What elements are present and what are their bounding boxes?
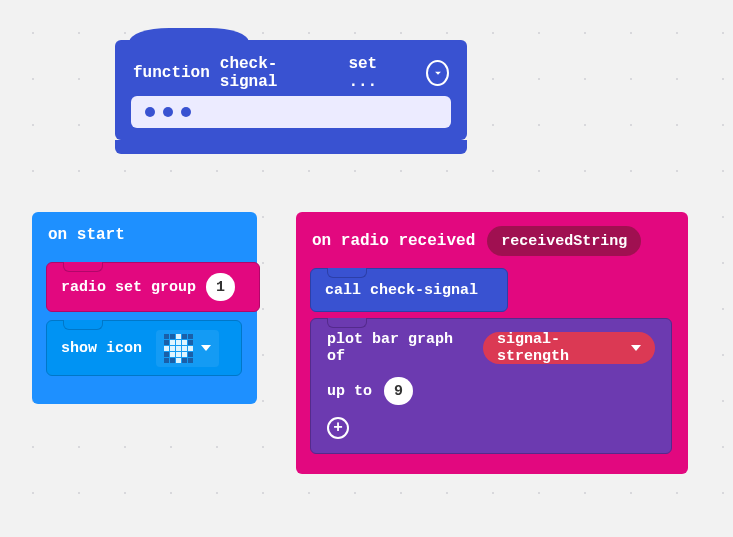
- plot-bar-graph-block[interactable]: plot bar graph of signal-strength up to …: [310, 318, 672, 454]
- block-notch: [327, 318, 367, 328]
- block-bottom: [115, 140, 467, 154]
- call-prefix: call: [325, 282, 361, 299]
- chevron-down-icon: [631, 345, 641, 351]
- add-icon[interactable]: +: [327, 417, 349, 439]
- show-icon-label: show icon: [61, 340, 142, 357]
- on-start-label: on start: [48, 226, 125, 244]
- on-radio-label: on radio received: [312, 232, 475, 250]
- function-trailing: set ...: [348, 55, 406, 91]
- radio-group-value[interactable]: 1: [206, 273, 235, 301]
- on-radio-header: on radio received receivedString: [296, 212, 688, 268]
- slot-dot-icon: [181, 107, 191, 117]
- function-definition-block[interactable]: function check-signal set ...: [115, 40, 467, 140]
- call-target: check-signal: [370, 282, 478, 299]
- chevron-down-icon: [201, 345, 211, 351]
- led-preview-icon: [164, 334, 193, 363]
- block-notch: [63, 320, 103, 330]
- block-notch: [327, 268, 367, 278]
- function-keyword: function: [133, 64, 210, 82]
- signal-strength-variable[interactable]: signal-strength: [483, 332, 655, 364]
- upto-value[interactable]: 9: [384, 377, 413, 405]
- on-start-block[interactable]: on start radio set group 1 show icon: [32, 212, 257, 404]
- received-string-param[interactable]: receivedString: [487, 226, 641, 256]
- upto-label: up to: [327, 383, 372, 400]
- variable-name: signal-strength: [497, 331, 623, 365]
- on-radio-received-block[interactable]: on radio received receivedString call ch…: [296, 212, 688, 474]
- radio-set-group-block[interactable]: radio set group 1: [46, 262, 260, 312]
- slot-dot-icon: [163, 107, 173, 117]
- on-start-body: radio set group 1 show icon: [46, 262, 266, 376]
- expand-icon[interactable]: [426, 60, 449, 86]
- on-start-header: on start: [32, 212, 257, 256]
- show-icon-block[interactable]: show icon: [46, 320, 242, 376]
- icon-dropdown[interactable]: [156, 330, 219, 367]
- slot-dot-icon: [145, 107, 155, 117]
- call-function-block[interactable]: call check-signal: [310, 268, 508, 312]
- block-notch: [63, 262, 103, 272]
- plot-label: plot bar graph of: [327, 331, 471, 365]
- on-radio-body: call check-signal plot bar graph of sign…: [310, 268, 670, 454]
- radio-set-label: radio set group: [61, 279, 196, 296]
- function-body-slot[interactable]: [131, 96, 451, 128]
- function-name: check-signal: [220, 55, 319, 91]
- function-header: function check-signal set ...: [115, 40, 467, 92]
